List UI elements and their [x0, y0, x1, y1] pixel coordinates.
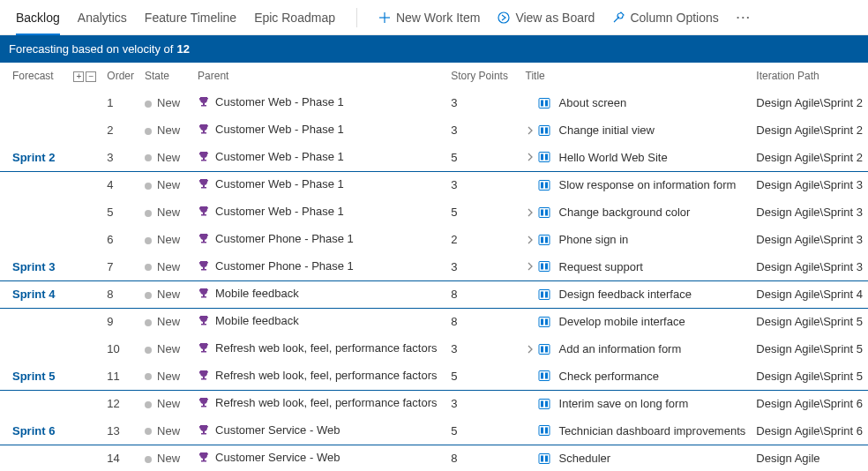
- parent-cell[interactable]: Customer Web - Phase 1: [192, 171, 445, 198]
- table-row[interactable]: 6NewCustomer Phone - Phase 12Phone sign …: [0, 226, 868, 253]
- parent-cell[interactable]: Customer Service - Web: [192, 445, 445, 471]
- tab-feature-timeline[interactable]: Feature Timeline: [145, 0, 236, 35]
- feature-icon: [198, 287, 210, 302]
- state-cell: New: [139, 171, 192, 198]
- chevron-right-icon[interactable]: [526, 262, 535, 271]
- tab-backlog[interactable]: Backlog: [16, 0, 60, 35]
- title-cell[interactable]: Technician dashboard improvements: [520, 417, 752, 445]
- state-indicator-icon: [145, 101, 152, 108]
- story-points-cell: 3: [445, 253, 520, 280]
- chevron-right-icon[interactable]: [526, 126, 535, 135]
- parent-cell[interactable]: Mobile feedback: [192, 308, 445, 335]
- chevron-right-icon[interactable]: [526, 208, 535, 217]
- col-state[interactable]: State: [139, 63, 192, 89]
- state-text: New: [157, 288, 180, 301]
- iteration-cell: Design Agile\Sprint 2: [751, 116, 868, 144]
- parent-cell[interactable]: Customer Web - Phase 1: [192, 89, 445, 116]
- parent-cell[interactable]: Customer Web - Phase 1: [192, 144, 445, 171]
- expand-cell: [68, 335, 101, 363]
- user-story-icon: [538, 151, 550, 163]
- table-row[interactable]: Sprint 48NewMobile feedback8Design feedb…: [0, 280, 868, 308]
- title-cell[interactable]: Design feedback interface: [520, 280, 752, 308]
- collapse-all-button[interactable]: −: [86, 71, 96, 82]
- forecast-cell: [0, 198, 68, 226]
- new-work-item-label: New Work Item: [396, 11, 480, 25]
- col-forecast[interactable]: Forecast: [0, 63, 68, 89]
- col-order[interactable]: Order: [101, 63, 139, 89]
- table-row[interactable]: Sprint 613NewCustomer Service - Web5Tech…: [0, 417, 868, 445]
- iteration-cell: Design Agile\Sprint 2: [751, 89, 868, 116]
- expand-all-button[interactable]: +: [73, 71, 84, 82]
- table-row[interactable]: Sprint 511NewRefresh web look, feel, per…: [0, 363, 868, 390]
- title-cell[interactable]: Add an information form: [520, 335, 752, 363]
- story-points-cell: 5: [445, 363, 520, 390]
- iteration-cell: Design Agile\Sprint 5: [751, 363, 868, 390]
- table-row[interactable]: Sprint 23NewCustomer Web - Phase 15Hello…: [0, 144, 868, 171]
- new-work-item-button[interactable]: New Work Item: [378, 11, 480, 25]
- col-title[interactable]: Title: [520, 63, 752, 89]
- order-cell: 3: [101, 144, 139, 171]
- chevron-right-icon[interactable]: [526, 345, 535, 354]
- feature-icon: [198, 423, 210, 438]
- parent-cell[interactable]: Refresh web look, feel, performance fact…: [192, 363, 445, 390]
- title-cell[interactable]: Request support: [520, 253, 752, 280]
- table-row[interactable]: 9NewMobile feedback8Develop mobile inter…: [0, 308, 868, 335]
- title-cell[interactable]: Change background color: [520, 198, 752, 226]
- parent-cell[interactable]: Customer Web - Phase 1: [192, 116, 445, 144]
- title-cell[interactable]: About screen: [520, 89, 752, 116]
- order-cell: 13: [101, 417, 139, 445]
- title-cell[interactable]: Change initial view: [520, 116, 752, 144]
- column-options-button[interactable]: Column Options: [612, 11, 718, 25]
- chevron-right-icon[interactable]: [526, 153, 535, 161]
- parent-cell[interactable]: Customer Web - Phase 1: [192, 198, 445, 226]
- user-story-icon: [538, 424, 550, 437]
- tab-epic-roadmap[interactable]: Epic Roadmap: [254, 0, 335, 35]
- state-cell: New: [139, 335, 192, 363]
- more-actions-button[interactable]: ···: [737, 11, 752, 24]
- expand-cell: [68, 308, 101, 335]
- expand-cell: [68, 417, 101, 445]
- story-points-cell: 3: [445, 390, 520, 417]
- title-cell[interactable]: Slow response on information form: [520, 171, 752, 198]
- title-cell[interactable]: Develop mobile interface: [520, 308, 752, 335]
- parent-text: Customer Web - Phase 1: [215, 150, 344, 163]
- title-cell[interactable]: Scheduler: [520, 445, 752, 471]
- title-text: Request support: [559, 260, 643, 273]
- state-cell: New: [139, 445, 192, 471]
- feature-icon: [198, 451, 210, 466]
- parent-cell[interactable]: Customer Phone - Phase 1: [192, 253, 445, 280]
- parent-text: Customer Web - Phase 1: [215, 205, 344, 218]
- table-row[interactable]: 10NewRefresh web look, feel, performance…: [0, 335, 868, 363]
- table-row[interactable]: 4NewCustomer Web - Phase 13Slow response…: [0, 171, 868, 198]
- col-iteration-path[interactable]: Iteration Path: [751, 63, 868, 89]
- chevron-right-icon[interactable]: [526, 236, 535, 244]
- parent-cell[interactable]: Customer Phone - Phase 1: [192, 226, 445, 253]
- title-cell[interactable]: Hello World Web Site: [520, 144, 752, 171]
- table-row[interactable]: 14NewCustomer Service - Web8SchedulerDes…: [0, 445, 868, 471]
- col-story-points[interactable]: Story Points: [445, 63, 520, 89]
- title-cell[interactable]: Interim save on long form: [520, 390, 752, 417]
- user-story-icon: [538, 398, 550, 410]
- tab-analytics[interactable]: Analytics: [78, 0, 127, 35]
- parent-text: Refresh web look, feel, performance fact…: [215, 369, 437, 382]
- parent-text: Customer Web - Phase 1: [215, 123, 344, 136]
- title-cell[interactable]: Check performance: [520, 363, 752, 390]
- col-parent[interactable]: Parent: [192, 63, 445, 89]
- user-story-icon: [538, 316, 550, 328]
- title-cell[interactable]: Phone sign in: [520, 226, 752, 253]
- table-row[interactable]: 1NewCustomer Web - Phase 13About screenD…: [0, 89, 868, 116]
- parent-cell[interactable]: Customer Service - Web: [192, 417, 445, 445]
- table-row[interactable]: 5NewCustomer Web - Phase 15Change backgr…: [0, 198, 868, 226]
- title-text: Phone sign in: [559, 233, 629, 246]
- parent-cell[interactable]: Refresh web look, feel, performance fact…: [192, 390, 445, 417]
- parent-cell[interactable]: Mobile feedback: [192, 280, 445, 308]
- table-row[interactable]: 12NewRefresh web look, feel, performance…: [0, 390, 868, 417]
- table-row[interactable]: Sprint 37NewCustomer Phone - Phase 13Req…: [0, 253, 868, 280]
- view-as-board-button[interactable]: View as Board: [498, 11, 595, 25]
- user-story-icon: [538, 288, 550, 301]
- parent-cell[interactable]: Refresh web look, feel, performance fact…: [192, 335, 445, 363]
- feature-icon: [198, 123, 210, 138]
- state-text: New: [157, 452, 180, 465]
- table-row[interactable]: 2NewCustomer Web - Phase 13Change initia…: [0, 116, 868, 144]
- state-indicator-icon: [145, 428, 152, 435]
